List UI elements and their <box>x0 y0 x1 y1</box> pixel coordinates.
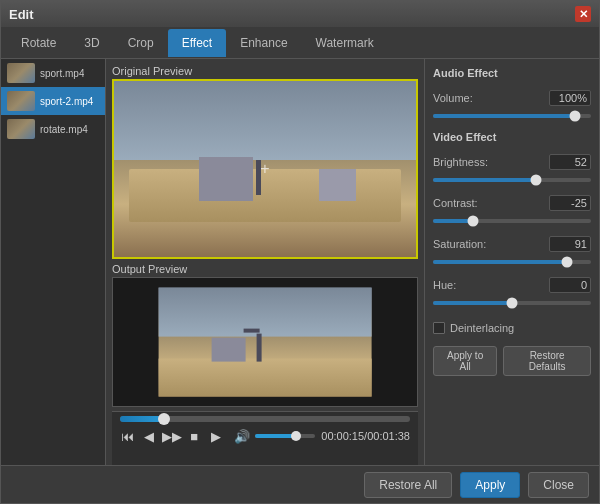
skip-to-start-button[interactable]: ⏮ <box>120 427 135 445</box>
contrast-slider-track <box>433 219 591 223</box>
file-item-0[interactable]: sport.mp4 <box>1 59 105 87</box>
file-thumb-0 <box>7 63 35 83</box>
volume-bar[interactable] <box>255 434 315 438</box>
output-preview <box>112 277 418 407</box>
original-preview: + <box>112 79 418 259</box>
volume-slider-fill <box>433 114 575 118</box>
saturation-slider-fill <box>433 260 567 264</box>
close-button[interactable]: Close <box>528 472 589 498</box>
deinterlacing-label: Deinterlacing <box>450 322 514 334</box>
tab-rotate[interactable]: Rotate <box>7 29 70 57</box>
volume-slider[interactable] <box>433 109 591 123</box>
brightness-label: Brightness: <box>433 156 488 168</box>
contrast-slider[interactable] <box>433 214 591 228</box>
file-item-2[interactable]: rotate.mp4 <box>1 115 105 143</box>
seek-thumb[interactable] <box>158 413 170 425</box>
tab-3d[interactable]: 3D <box>70 29 113 57</box>
hue-slider-track <box>433 301 591 305</box>
output-video-frame <box>159 288 372 397</box>
deinterlacing-row: Deinterlacing <box>433 322 591 334</box>
deinterlacing-checkbox[interactable] <box>433 322 445 334</box>
hue-label-row: Hue: <box>433 277 591 293</box>
video-effect-title: Video Effect <box>433 131 591 143</box>
file-name-0: sport.mp4 <box>40 68 84 79</box>
hue-slider-fill <box>433 301 512 305</box>
contrast-value[interactable] <box>549 195 591 211</box>
output-preview-label: Output Preview <box>112 263 418 275</box>
contrast-label: Contrast: <box>433 197 478 209</box>
main-content: sport.mp4 sport-2.mp4 rotate.mp4 Origina… <box>1 59 599 465</box>
restore-defaults-button[interactable]: Restore Defaults <box>503 346 591 376</box>
original-preview-label: Original Preview <box>112 65 418 77</box>
file-name-2: rotate.mp4 <box>40 124 88 135</box>
window-close-button[interactable]: ✕ <box>575 6 591 22</box>
contrast-slider-thumb[interactable] <box>467 216 478 227</box>
file-item-1[interactable]: sport-2.mp4 <box>1 87 105 115</box>
original-preview-section: Original Preview + <box>112 65 418 259</box>
apply-button[interactable]: Apply <box>460 472 520 498</box>
contrast-label-row: Contrast: <box>433 195 591 211</box>
play-button[interactable]: ▶▶ <box>163 427 181 445</box>
brightness-slider-track <box>433 178 591 182</box>
file-list-panel: sport.mp4 sport-2.mp4 rotate.mp4 <box>1 59 106 465</box>
file-name-1: sport-2.mp4 <box>40 96 93 107</box>
volume-value[interactable] <box>549 90 591 106</box>
volume-label-row: Volume: <box>433 90 591 106</box>
original-video-frame: + <box>114 81 416 257</box>
brightness-slider-thumb[interactable] <box>530 175 541 186</box>
next-frame-button[interactable]: ▶ <box>208 427 223 445</box>
contrast-effect-row: Contrast: <box>433 195 591 228</box>
hue-value[interactable] <box>549 277 591 293</box>
saturation-effect-row: Saturation: <box>433 236 591 269</box>
time-display: 00:00:15/00:01:38 <box>321 430 410 442</box>
volume-thumb[interactable] <box>291 431 301 441</box>
saturation-label: Saturation: <box>433 238 486 250</box>
controls-bar: ⏮ ◀ ▶▶ ■ ▶ 🔊 00:00:15/00:01:38 <box>112 411 418 465</box>
audio-effect-title: Audio Effect <box>433 67 591 79</box>
tab-crop[interactable]: Crop <box>114 29 168 57</box>
restore-all-button[interactable]: Restore All <box>364 472 452 498</box>
tab-effect[interactable]: Effect <box>168 29 226 57</box>
hue-slider[interactable] <box>433 296 591 310</box>
hue-label: Hue: <box>433 279 456 291</box>
volume-slider-track <box>433 114 591 118</box>
apply-to-all-button[interactable]: Apply to All <box>433 346 497 376</box>
volume-slider-thumb[interactable] <box>570 111 581 122</box>
output-preview-section: Output Preview <box>112 263 418 407</box>
volume-container: 🔊 <box>233 427 315 445</box>
apply-all-row: Apply to All Restore Defaults <box>433 346 591 376</box>
seek-bar[interactable] <box>120 416 410 422</box>
brightness-effect-row: Brightness: <box>433 154 591 187</box>
tab-watermark[interactable]: Watermark <box>302 29 388 57</box>
time-total: 00:01:38 <box>367 430 410 442</box>
hue-effect-row: Hue: <box>433 277 591 310</box>
tab-enhance[interactable]: Enhance <box>226 29 301 57</box>
saturation-slider-track <box>433 260 591 264</box>
window-title: Edit <box>9 7 34 22</box>
saturation-label-row: Saturation: <box>433 236 591 252</box>
hue-slider-thumb[interactable] <box>507 298 518 309</box>
time-current: 00:00:15 <box>321 430 364 442</box>
brightness-value[interactable] <box>549 154 591 170</box>
volume-label: Volume: <box>433 92 473 104</box>
controls-row: ⏮ ◀ ▶▶ ■ ▶ 🔊 00:00:15/00:01:38 <box>120 427 410 445</box>
title-bar: Edit ✕ <box>1 1 599 27</box>
volume-effect-row: Volume: <box>433 90 591 123</box>
volume-icon[interactable]: 🔊 <box>233 427 251 445</box>
saturation-slider[interactable] <box>433 255 591 269</box>
file-thumb-1 <box>7 91 35 111</box>
brightness-slider-fill <box>433 178 536 182</box>
brightness-label-row: Brightness: <box>433 154 591 170</box>
saturation-slider-thumb[interactable] <box>562 257 573 268</box>
tabs-bar: Rotate 3D Crop Effect Enhance Watermark <box>1 27 599 59</box>
seek-bar-container <box>120 416 410 422</box>
bottom-buttons-bar: Restore All Apply Close <box>1 465 599 503</box>
center-panel: Original Preview + <box>106 59 424 465</box>
stop-button[interactable]: ■ <box>187 427 202 445</box>
edit-window: Edit ✕ Rotate 3D Crop Effect Enhance Wat… <box>0 0 600 504</box>
brightness-slider[interactable] <box>433 173 591 187</box>
saturation-value[interactable] <box>549 236 591 252</box>
file-thumb-2 <box>7 119 35 139</box>
prev-frame-button[interactable]: ◀ <box>141 427 156 445</box>
effects-panel: Audio Effect Volume: Video Effect <box>424 59 599 465</box>
